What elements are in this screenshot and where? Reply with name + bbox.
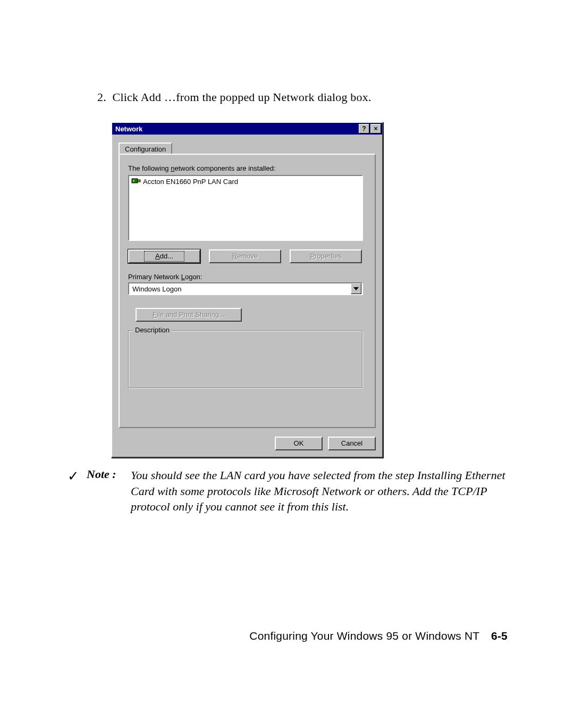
cancel-button[interactable]: Cancel xyxy=(328,437,376,450)
installed-label: The following network components are ins… xyxy=(128,164,276,172)
add-button[interactable]: Add... xyxy=(128,249,200,263)
titlebar: Network ? × xyxy=(112,123,382,135)
instruction-number: 2. xyxy=(97,90,106,104)
page-footer: Configuring Your Windows 95 or Windows N… xyxy=(249,630,508,642)
note-text: You should see the LAN card you have sel… xyxy=(131,467,513,515)
ok-button[interactable]: OK xyxy=(275,437,323,450)
primary-logon-combo[interactable]: Windows Logon xyxy=(128,282,363,295)
tabstrip: Configuration xyxy=(119,141,172,154)
chevron-down-icon[interactable] xyxy=(351,283,361,294)
footer-text: Configuring Your Windows 95 or Windows N… xyxy=(249,630,479,642)
file-and-print-sharing-button[interactable]: File and Print Sharing... xyxy=(136,308,242,322)
close-button[interactable]: × xyxy=(370,124,381,133)
instruction-line: 2. Click Add …from the popped up Network… xyxy=(97,90,372,104)
tab-panel: The following network components are ins… xyxy=(119,154,376,428)
network-dialog: Network ? × Configuration The following … xyxy=(111,122,383,458)
dialog-title: Network xyxy=(115,125,142,133)
properties-button[interactable]: Properties xyxy=(290,249,362,263)
note-label: Note : xyxy=(87,467,116,481)
combo-value: Windows Logon xyxy=(129,285,350,293)
components-listbox[interactable]: Accton EN1660 PnP LAN Card xyxy=(128,175,363,241)
list-item-label: Accton EN1660 PnP LAN Card xyxy=(143,178,238,186)
network-adapter-icon xyxy=(131,177,141,186)
svg-rect-0 xyxy=(132,179,138,183)
svg-marker-5 xyxy=(353,287,359,290)
remove-button[interactable]: Remove xyxy=(209,249,281,263)
group-legend: Description xyxy=(133,326,172,334)
description-group: Description xyxy=(128,330,363,389)
instruction-text: Click Add …from the popped up Network di… xyxy=(113,90,372,104)
page-number: 6-5 xyxy=(491,630,508,642)
primary-logon-label: Primary Network Logon: xyxy=(128,273,202,281)
tab-label: Configuration xyxy=(125,145,166,153)
help-button[interactable]: ? xyxy=(359,124,369,133)
list-item[interactable]: Accton EN1660 PnP LAN Card xyxy=(129,176,362,187)
svg-rect-1 xyxy=(133,180,134,182)
help-icon: ? xyxy=(362,125,366,132)
check-icon: ✓ xyxy=(67,468,79,484)
close-icon: × xyxy=(374,125,377,132)
